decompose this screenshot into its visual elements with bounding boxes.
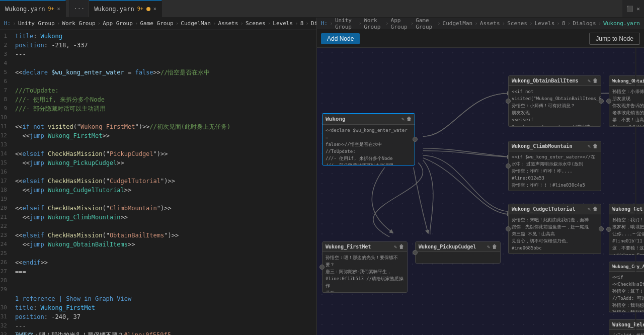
code-line: 13 [0,140,316,149]
tab-left-wukong[interactable]: Wukong.yarn 9+ × [0,0,66,17]
graph-node-cudgeltutorial[interactable]: Wukong_CudgelTutorial ✎ 🗑 孙悟空：来吧！此刻由此我们走… [508,204,601,254]
code-line: 19 [0,195,316,204]
graph-canvas[interactable]: Wukong ✎ 🗑 <<declare $wu_kong_enter_wate… [317,48,644,335]
code-line: 32 --- [0,321,316,330]
tab-left-close[interactable]: × [57,6,60,12]
node-body-wukong: <<declare $wu_kong_enter_water =false>>/… [323,125,415,165]
node-connector-left [319,265,325,270]
delete-icon[interactable]: 🗑 [593,143,598,149]
graph-node-obtainbailitems[interactable]: Wukong_ObtainBailItems ✎ 🗑 <<if notvisit… [508,75,601,127]
code-line: 24 <<jump Wukong_ObtainBailItems>> [0,240,316,249]
node-header-cry-hit: Wukong_Cry_And_Hit_Three_Times [609,262,644,272]
node-connector-left [413,250,418,255]
code-line: 31 position: -240, 37 [0,312,316,321]
delete-icon[interactable]: 🗑 [407,116,412,122]
node-header-firstmet: Wukong_FirstMet ✎ 🗑 [323,242,407,252]
edit-icon[interactable]: ✎ [401,116,405,122]
tabs-bar: Wukong.yarn 9+ × ··· Wukong.yarn 9+ × ⬛ … [0,0,644,18]
edit-icon[interactable]: ✎ [588,143,591,149]
edit-icon[interactable]: ✎ [588,206,591,212]
code-line: 22 [0,222,316,231]
code-line: 21 <<jump Wukong_ClimbMountain>> [0,213,316,222]
code-line: 7 ///ToUpdate: [0,86,316,95]
graph-node-cry-hit[interactable]: Wukong_Cry_And_Hit_Three_Times <<if<<Che… [609,262,644,312]
jump-node-button[interactable]: Jump to Node [589,33,640,45]
code-line: 26 <<endif>> [0,258,316,267]
graph-node-release[interactable]: Wukong_Release //ToAdd：相机系功<<Wukong_Shak… [609,319,644,335]
node-header-pickupcudgel: Wukong_PickupCudgel ✎ 🗑 [416,242,500,252]
edit-icon[interactable]: ✎ [487,244,490,249]
tab-right-badge: 9+ [137,6,143,12]
node-body-climbmountain: <<if $wu_kong_enter_water>>//在水中: 过道声闯明示… [509,151,601,191]
code-line: 3 --- [0,50,316,59]
node-header-obtainbailitems-firstmet: Wukong_ObtainBailItems_FirstMet ✎ 🗑 [609,76,644,86]
code-line: 11 <<if not visited("Wukong_FirstMet")>>… [0,122,316,131]
graph-node-climbmountain[interactable]: Wukong_ClimbMountain ✎ 🗑 <<if $wu_kong_e… [508,141,601,191]
code-line: 12 <<jump Wukong_FirstMet>> [0,131,316,140]
tab-right-wukong[interactable]: Wukong.yarn 9+ × [89,0,162,17]
edit-icon[interactable]: ✎ [588,78,591,83]
graph-node-wukong[interactable]: Wukong ✎ 🗑 <<declare $wu_kong_enter_wate… [322,113,415,165]
graph-toolbar: Add Node Jump to Node [317,30,644,48]
tab-right-label: Wukong.yarn [94,6,134,13]
code-line: 9 ///- 部分隐藏对话可以主动调用 [0,104,316,113]
code-line: 5 <<declare $wu_kong_enter_water = false… [0,68,316,77]
delete-icon[interactable]: 🗑 [593,206,598,212]
code-line: 28 [0,276,316,285]
code-line: 18 <<jump Wukong_CudgelTutorial>> [0,186,316,195]
node-body-firstmet: 孙悟空：嗯！那边的光头！要保镖不要？唐三：阿弥陀佛-我们素昧平生，#line:0… [323,252,407,292]
node-header-climbmountain: Wukong_ClimbMountain ✎ 🗑 [509,141,601,151]
node-connector-right [413,137,418,142]
add-node-button[interactable]: Add Node [321,33,360,44]
node-header-cudgeltutorial: Wukong_CudgelTutorial ✎ 🗑 [509,204,601,214]
node-body-obtainbailitems-firstmet: 孙悟空：小师傅！可有好消息？朋友发现你发现并告诉的若干，他老李彼此销售的直接前身… [609,86,644,126]
code-line: 15 <<jump Wukong_PickupCudgel>> [0,158,316,168]
tab-ellipsis-left[interactable]: ··· [70,0,89,17]
code-line: 33 孙悟空：嗯！那边的光头！要保镖不要？#line:0f559f5 [0,330,316,335]
tab-right-close[interactable]: × [153,6,156,12]
code-editor[interactable]: 1 title: Wukong 2 position: -218, -337 3… [0,30,316,335]
node-body-pickupcudgel [416,252,500,263]
node-connector-left [506,226,511,231]
graph-pane: H: › Unity Group › Work Group › App Grou… [317,18,644,335]
graph-node-firstmet[interactable]: Wukong_FirstMet ✎ 🗑 孙悟空：嗯！那边的光头！要保镖不要？唐三… [322,241,408,293]
code-ref-line[interactable]: 1 reference | Show in Graph View [0,294,316,303]
graph-breadcrumb-bar: H: › Unity Group › Work Group › App Grou… [317,18,644,30]
graph-node-pickupcudgel[interactable]: Wukong_PickupCudgel ✎ 🗑 [415,241,501,264]
node-body-release: //ToAdd：相机系功<<Wukong_ShakeCamera>>//ToAd… [609,330,644,335]
delete-icon[interactable]: 🗑 [492,244,497,249]
code-line: 25 [0,249,316,258]
code-line: 29 [0,285,316,294]
node-body-obtainbailitems: <<if notvisited("Wukong_ObtainBailItems_… [509,86,601,126]
code-line: 16 [0,168,316,177]
edit-icon[interactable]: ✎ [394,244,397,249]
graph-breadcrumb: H: › Unity Group › Work Group › App Grou… [321,18,640,30]
node-header-release: Wukong_Release [609,320,644,330]
node-connector-left [606,99,611,104]
graph-node-obtainbailitems-firstmet[interactable]: Wukong_ObtainBailItems_FirstMet ✎ 🗑 孙悟空：… [609,75,644,127]
code-line: 14 <<elseif CheckHasMission("PickupCudge… [0,149,316,158]
delete-icon[interactable]: 🗑 [399,244,404,249]
node-connector-left [606,227,611,232]
code-line: 1 title: Wukong [0,32,316,41]
node-connector-right [599,99,604,104]
node-header-obtainbailitems: Wukong_ObtainBailItems ✎ 🗑 [509,76,601,86]
code-line: 30 title: Wukong_FirstMet [0,303,316,312]
edge-fade [635,48,637,335]
graph-node-get-lollipop[interactable]: Wukong_Get_Lollipop ✎ 🗑 孙悟空：我们！还好你把这以后你总… [609,204,644,255]
delete-icon[interactable]: 🗑 [593,78,598,83]
code-line: 6 [0,77,316,86]
tab-left-badge: 9+ [48,6,54,12]
code-line: 27 === [0,267,316,276]
code-line: 2 position: -218, -337 [0,41,316,50]
code-line: 17 <<elseif CheckHasMission("CudgelTutor… [0,177,316,186]
tab-left-label: Wukong.yarn [5,6,45,13]
code-line: 8 ///- 使用if, 来拆分多个Node [0,95,316,104]
node-header-get-lollipop: Wukong_Get_Lollipop ✎ 🗑 [609,204,644,214]
node-connector-right [599,226,604,231]
code-line: 20 <<elseif CheckHasMission("ClimbMounta… [0,204,316,213]
node-connector-left [506,99,511,104]
editor-pane: H: › Unity Group › Work Group › App Grou… [0,18,317,335]
breadcrumb-left: H: › Unity Group › Work Group › App Grou… [0,18,316,30]
code-line: 23 <<elseif CheckHasMission("ObtainBailI… [0,231,316,240]
